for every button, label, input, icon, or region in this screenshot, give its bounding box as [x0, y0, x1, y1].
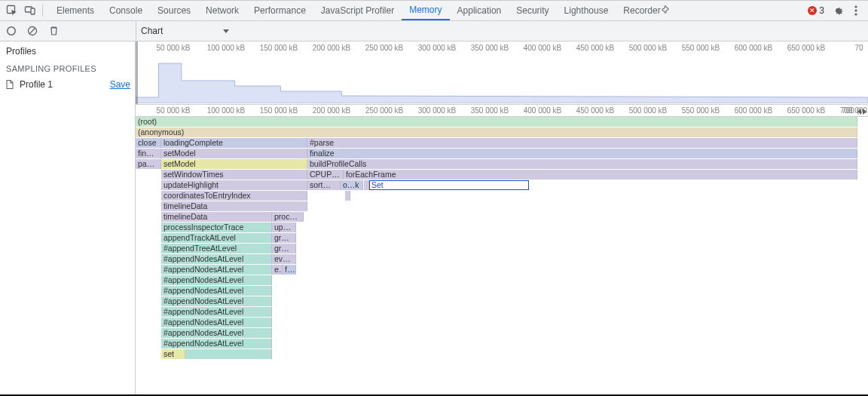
flame-bar[interactable]: Set — [369, 180, 529, 190]
tab-sources[interactable]: Sources — [150, 1, 198, 20]
flame-bar[interactable]: up…up — [272, 223, 296, 232]
flame-bar[interactable]: setModel — [161, 159, 307, 169]
main-toolbar: ElementsConsoleSourcesNetworkPerformance… — [0, 1, 868, 21]
flame-bar[interactable]: #appendNodesAtLevel — [161, 265, 272, 275]
device-icon[interactable] — [21, 2, 39, 20]
flame-bar[interactable]: #appendNodesAtLevel — [161, 275, 272, 285]
tab-memory[interactable]: Memory — [402, 1, 449, 20]
ruler-tick: 650 000 kB — [787, 106, 826, 115]
chevron-down-icon — [223, 29, 229, 33]
flame-bar[interactable]: setModel — [161, 149, 307, 158]
error-count-value: 3 — [819, 5, 824, 16]
profiles-sidebar: Profiles SAMPLING PROFILES Profile 1 Sav… — [0, 41, 136, 394]
flame-bar[interactable]: #appendNodesAtLevel — [161, 296, 272, 306]
ruler-tick: 50 000 kB — [156, 106, 190, 115]
flame-bar[interactable]: setWindowTimes — [161, 170, 307, 180]
ruler-tick: 350 000 kB — [471, 106, 509, 115]
flame-row: pa…atsetModelbuildProfileCalls — [136, 159, 857, 170]
overview-strip[interactable]: 50 000 kB100 000 kB150 000 kB200 000 kB2… — [136, 41, 868, 105]
flame-bar[interactable]: set — [161, 349, 185, 359]
tab-performance[interactable]: Performance — [246, 1, 313, 20]
tab-elements[interactable]: Elements — [49, 1, 102, 20]
view-mode-select[interactable]: Chart — [141, 26, 229, 36]
flame-row: #appendNodesAtLevel — [136, 296, 857, 307]
flame-bar[interactable]: #appendNodesAtLevel — [161, 254, 272, 264]
ruler-tick: 50 000 kB — [156, 44, 190, 52]
flame-bar[interactable]: #appendNodesAtLevel — [161, 339, 272, 348]
flame-bar[interactable]: e… — [272, 265, 283, 275]
flame-bar[interactable]: #appendNodesAtLevel — [161, 286, 272, 296]
flame-bar[interactable]: CPUP…del — [307, 170, 344, 180]
ruler-tick: 500 000 kB — [629, 44, 668, 52]
flame-row: processInspectorTraceup…up — [136, 223, 857, 233]
flame-row: setWindowTimesCPUP…delforEachFrame — [136, 170, 857, 180]
flame-bar[interactable]: finalize — [307, 149, 857, 158]
flame-row: appendTrackAtLevelgro…ts — [136, 233, 857, 244]
tab-application[interactable]: Application — [450, 1, 509, 20]
record-button[interactable] — [5, 24, 18, 38]
flame-bar[interactable]: appendTrackAtLevel — [161, 233, 272, 243]
flame-bar[interactable]: timelineData — [161, 212, 272, 222]
flame-bar[interactable] — [364, 180, 369, 190]
flame-row: timelineDataproc…ata — [136, 212, 857, 223]
flame-bar[interactable]: gr…ew — [272, 244, 296, 253]
flame-bar[interactable]: #appendNodesAtLevel — [161, 318, 272, 327]
flame-bar[interactable]: coordinatesToEntryIndex — [161, 191, 307, 201]
flame-row: #appendNodesAtLevel — [136, 318, 857, 328]
flame-bar[interactable]: f…r — [283, 265, 296, 275]
flame-bar[interactable]: timelineData — [161, 201, 307, 211]
flame-bar[interactable]: gro…ts — [272, 233, 296, 243]
flame-bar[interactable]: fin…ce — [136, 149, 161, 158]
inspect-icon[interactable] — [3, 2, 21, 20]
overview-handle-left[interactable] — [136, 41, 138, 104]
save-link[interactable]: Save — [110, 79, 130, 90]
more-icon[interactable] — [847, 2, 865, 20]
flame-row: #appendNodesAtLevelev…ew — [136, 254, 857, 265]
flame-chart-panel: 50 000 kB100 000 kB150 000 kB200 000 kB2… — [136, 41, 868, 394]
flame-bar[interactable]: buildProfileCalls — [307, 159, 857, 169]
error-counter[interactable]: ✕ 3 — [808, 5, 824, 16]
tab-network[interactable]: Network — [198, 1, 246, 20]
flame-bar[interactable]: #appendTreeAtLevel — [161, 244, 272, 253]
flame-chart[interactable]: (root)(anonymous)closeloadingComplete#pa… — [136, 117, 868, 394]
stop-button[interactable] — [26, 24, 39, 38]
flame-bar[interactable]: #parse — [307, 138, 857, 148]
ruler-tick: 250 000 kB — [365, 44, 404, 52]
tab-recorder[interactable]: Recorder — [616, 1, 677, 20]
tab-console[interactable]: Console — [102, 1, 150, 20]
flame-row: #appendNodesAtLevel — [136, 339, 857, 349]
tab-javascript-profiler[interactable]: JavaScript Profiler — [313, 1, 402, 20]
svg-point-5 — [854, 13, 857, 15]
flame-bar[interactable]: pa…at — [136, 159, 161, 169]
flame-bar[interactable]: #appendNodesAtLevel — [161, 307, 272, 317]
svg-point-6 — [8, 27, 15, 35]
flame-bar[interactable]: (anonymous) — [136, 127, 857, 137]
scroll-left-icon[interactable] — [857, 109, 861, 115]
flame-bar[interactable] — [185, 349, 272, 359]
flame-bar[interactable]: #appendNodesAtLevel — [161, 328, 272, 338]
tab-security[interactable]: Security — [509, 1, 556, 20]
gear-icon[interactable] — [829, 2, 847, 20]
timeline-ruler[interactable]: 50 000 kB100 000 kB150 000 kB200 000 kB2… — [136, 105, 868, 117]
flame-bar[interactable]: loadingComplete — [161, 138, 307, 148]
tab-lighthouse[interactable]: Lighthouse — [557, 1, 616, 20]
profile-item[interactable]: Profile 1 Save — [0, 76, 135, 93]
scroll-right-icon[interactable] — [863, 109, 866, 115]
flame-bar[interactable]: ev…ew — [272, 254, 296, 264]
flame-bar[interactable]: close — [136, 138, 161, 148]
flame-row: timelineData — [136, 201, 857, 212]
delete-button[interactable] — [47, 24, 60, 38]
flame-bar[interactable]: o…k — [341, 180, 363, 190]
flame-bar[interactable] — [345, 191, 350, 201]
flame-bar[interactable]: sort…ples — [307, 180, 341, 190]
flame-bar[interactable]: forEachFrame — [344, 170, 857, 180]
svg-rect-2 — [31, 8, 35, 14]
ruler-tick: 100 000 kB — [207, 106, 246, 115]
flame-bar[interactable]: (root) — [136, 117, 857, 127]
divider — [42, 5, 43, 17]
ruler-tick: 550 000 kB — [682, 44, 720, 52]
ruler-tick: 100 000 kB — [207, 44, 246, 52]
flame-bar[interactable]: updateHighlight — [161, 180, 307, 190]
flame-bar[interactable]: proc…ata — [272, 212, 304, 222]
flame-bar[interactable]: processInspectorTrace — [161, 223, 272, 232]
